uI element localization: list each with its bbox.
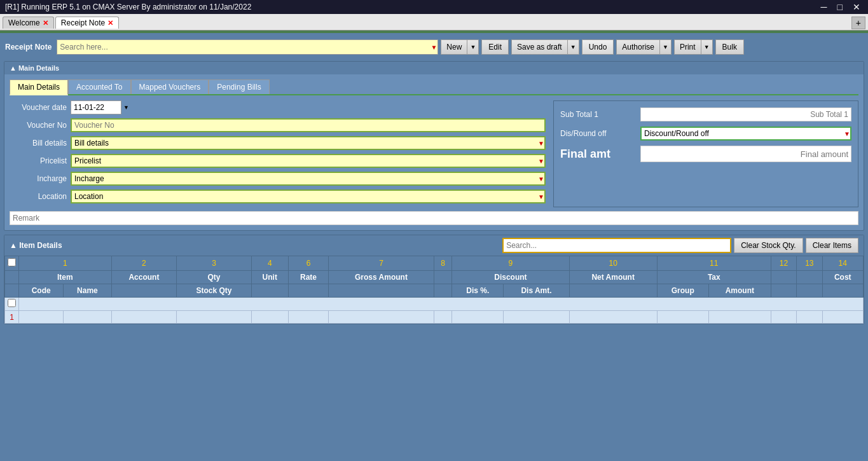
remark-row (10, 211, 858, 225)
select-all-checkbox[interactable] (8, 258, 16, 266)
clear-items-button[interactable]: Clear Items (806, 238, 858, 253)
location-row: Location Location ▼ (10, 189, 546, 203)
tab-accounted-to[interactable]: Accounted To (68, 79, 131, 94)
col-cost-header: Cost (822, 271, 863, 284)
pricelist-container: Pricelist ▼ (71, 154, 546, 168)
tab-mapped-vouchers[interactable]: Mapped Vouchers (131, 79, 209, 94)
totals-panel: Sub Total 1 Dis/Round off Discount/Round… (553, 100, 858, 207)
incharge-select[interactable]: Incharge (71, 172, 546, 186)
clear-stock-qty-button[interactable]: Clear Stock Qty. (734, 238, 803, 253)
form-section: Voucher date ▼ Voucher No Bill details (10, 100, 858, 207)
remark-input[interactable] (10, 211, 858, 225)
final-amt-input[interactable] (640, 146, 851, 162)
row-tax-amount (708, 311, 771, 324)
search-dropdown-button[interactable]: ▼ (431, 44, 437, 51)
maximize-button[interactable]: □ (835, 2, 845, 12)
col-4: 4 (251, 256, 288, 271)
row-qty (177, 311, 251, 324)
authorise-button-group: Authorise ▼ (616, 39, 672, 55)
col-14: 14 (822, 256, 863, 271)
new-dropdown-button[interactable]: ▼ (467, 39, 479, 55)
location-label: Location (10, 192, 67, 201)
col-11: 11 (657, 256, 771, 271)
bulk-button[interactable]: Bulk (715, 39, 744, 55)
tab-main-details[interactable]: Main Details (10, 79, 68, 95)
row-empty3 (797, 311, 822, 324)
voucher-no-row: Voucher No (10, 118, 546, 132)
row-checkbox[interactable] (8, 299, 16, 307)
col-gross-header: Gross Amount (329, 271, 434, 284)
main-details-header: ▲ Main Details (4, 62, 864, 74)
col-discount-header: Discount (452, 271, 569, 284)
inner-tabs: Main Details Accounted To Mapped Voucher… (10, 79, 858, 95)
form-left: Voucher date ▼ Voucher No Bill details (10, 100, 546, 207)
undo-button[interactable]: Undo (582, 39, 614, 55)
print-dropdown-button[interactable]: ▼ (701, 39, 713, 55)
item-details-panel: ▲ Item Details Clear Stock Qty. Clear It… (4, 235, 864, 324)
bill-details-label: Bill details (10, 139, 67, 148)
row-name (64, 311, 111, 324)
tab-welcome-close[interactable]: ✕ (43, 19, 48, 27)
receipt-note-label: Receipt Note (5, 43, 52, 52)
col-empty2 (434, 271, 451, 284)
close-button[interactable]: ✕ (850, 2, 863, 12)
edit-button[interactable]: Edit (481, 39, 509, 55)
col-empty (5, 271, 19, 284)
title-bar-buttons: ─ □ ✕ (818, 2, 863, 12)
subh-dis-amt: Dis Amt. (504, 284, 569, 298)
pricelist-select[interactable]: Pricelist (71, 154, 546, 168)
tab-pending-bills[interactable]: Pending Bills (209, 79, 269, 94)
print-button[interactable]: Print (674, 39, 701, 55)
col-10: 10 (569, 256, 657, 271)
item-details-header: ▲ Item Details Clear Stock Qty. Clear It… (4, 235, 864, 256)
final-amt-row: Final amt (560, 146, 851, 162)
col-6: 6 (288, 256, 328, 271)
subh-dis-pct: Dis %. (452, 284, 504, 298)
row-net (569, 311, 657, 324)
col-tax-header: Tax (657, 271, 771, 284)
pricelist-label: Pricelist (10, 156, 67, 165)
sub-total1-input[interactable] (640, 107, 851, 121)
location-select[interactable]: Location (71, 189, 546, 203)
row-unit (251, 311, 288, 324)
item-table-container: 1 2 3 4 6 7 8 9 10 11 12 13 14 (4, 256, 864, 324)
add-tab-button[interactable]: + (851, 17, 865, 29)
new-button-group: New ▼ (441, 39, 479, 55)
tab-receipt-note-label: Receipt Note (61, 18, 105, 27)
bill-details-container: Bill details ▼ (71, 136, 546, 150)
main-details-panel: ▲ Main Details Main Details Accounted To… (4, 61, 864, 231)
voucher-no-input[interactable] (71, 118, 546, 132)
authorise-button[interactable]: Authorise (616, 39, 660, 55)
dis-round-off-select[interactable]: Discount/Round off (640, 127, 851, 141)
col-empty4 (797, 271, 822, 284)
voucher-date-input[interactable] (71, 100, 121, 114)
subh-name: Name (64, 284, 111, 298)
col-item-header: Item (19, 271, 112, 284)
main-details-body: Main Details Accounted To Mapped Voucher… (4, 74, 864, 230)
new-button[interactable]: New (441, 39, 467, 55)
row-code (19, 311, 64, 324)
row-empty-cell (19, 298, 864, 311)
subh-tax-amount: Amount (708, 284, 771, 298)
subh-empty2 (434, 284, 451, 298)
sub-total1-label: Sub Total 1 (560, 110, 637, 119)
subh-empty (5, 284, 19, 298)
save-as-draft-button[interactable]: Save as draft (511, 39, 568, 55)
subh-tax-group: Group (657, 284, 708, 298)
receipt-note-search[interactable] (57, 39, 438, 55)
minimize-button[interactable]: ─ (818, 2, 830, 12)
tab-receipt-note[interactable]: Receipt Note ✕ (55, 17, 119, 29)
col-rate-header: Rate (288, 271, 328, 284)
table-row (5, 298, 864, 311)
tab-receipt-note-close[interactable]: ✕ (107, 19, 113, 27)
bill-details-select[interactable]: Bill details (71, 136, 546, 150)
tab-welcome[interactable]: Welcome ✕ (3, 17, 54, 29)
date-dropdown-arrow[interactable]: ▼ (121, 104, 131, 111)
save-draft-dropdown-button[interactable]: ▼ (568, 39, 579, 55)
item-search-input[interactable] (502, 238, 731, 253)
main-toolbar: Receipt Note ▼ New ▼ Edit Save as draft … (4, 37, 864, 57)
search-container: ▼ (57, 39, 438, 55)
dis-round-off-container: Discount/Round off ▼ (640, 127, 851, 141)
authorise-dropdown-button[interactable]: ▼ (660, 39, 672, 55)
row-tax-group (657, 311, 708, 324)
